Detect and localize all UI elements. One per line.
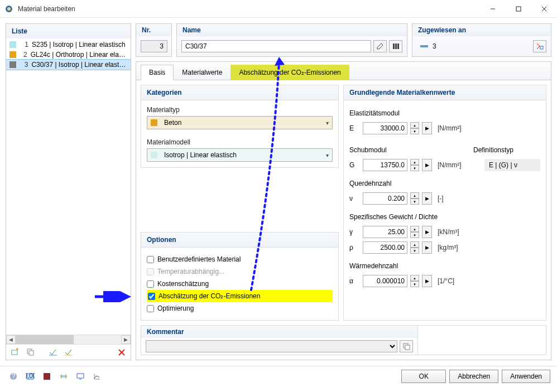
alpha-input[interactable] xyxy=(363,275,407,287)
e-goto[interactable]: ▶ xyxy=(422,122,432,134)
name-input[interactable] xyxy=(181,40,371,52)
nu-spinner[interactable]: ▲▼ xyxy=(411,192,419,205)
nr-input[interactable] xyxy=(141,40,167,52)
nr-label: Nr. xyxy=(136,24,171,36)
props-header: Grundlegende Materialkennwerte xyxy=(344,85,546,100)
list-item[interactable]: 3 C30/37 | Isotrop | Linear elastisch xyxy=(6,60,131,70)
list-item[interactable]: 1 S235 | Isotrop | Linear elastisch xyxy=(6,40,131,50)
edit-icon[interactable] xyxy=(373,40,387,52)
option-cost[interactable]: Kostenschätzung xyxy=(147,278,333,290)
svg-text:0,00: 0,00 xyxy=(26,372,35,380)
apply-button[interactable]: Anwenden xyxy=(502,370,550,383)
assigned-value: 3 xyxy=(417,40,531,52)
beam-icon xyxy=(420,43,429,49)
options-header: Optionen xyxy=(141,233,338,248)
list-panel: Liste 1 S235 | Isotrop | Linear elastisc… xyxy=(6,23,131,360)
svg-rect-19 xyxy=(405,345,410,350)
window-title: Material bearbeiten xyxy=(18,5,480,13)
color-button[interactable] xyxy=(40,370,54,383)
app-icon xyxy=(4,4,13,13)
close-button[interactable] xyxy=(531,0,557,17)
svg-rect-9 xyxy=(49,355,57,356)
comment-lib-button[interactable] xyxy=(400,340,413,352)
nu-label: Querdehnzahl xyxy=(349,180,540,187)
g-label: Schubmodul xyxy=(349,146,473,154)
deftype-value: E | (G) | ν xyxy=(484,159,540,171)
svg-rect-3 xyxy=(516,7,521,11)
gamma-goto[interactable]: ▶ xyxy=(422,226,432,238)
maximize-button[interactable] xyxy=(506,0,531,17)
materialtype-combo[interactable]: Beton ▾ xyxy=(147,116,333,129)
assigned-label: Zugewiesen an xyxy=(412,24,551,36)
e-input[interactable] xyxy=(363,122,407,134)
view-button[interactable] xyxy=(57,370,70,383)
option-optimization[interactable]: Optimierung xyxy=(147,302,333,314)
e-label: Elastizitätsmodul xyxy=(349,109,540,117)
minimize-button[interactable] xyxy=(480,0,506,17)
check-button[interactable] xyxy=(46,346,60,359)
e-spinner[interactable]: ▲▼ xyxy=(411,122,419,134)
svg-rect-13 xyxy=(393,43,395,49)
units-button[interactable]: 0,00 xyxy=(23,370,37,383)
ok-button[interactable]: OK xyxy=(401,370,446,383)
rho-goto[interactable]: ▶ xyxy=(422,241,432,254)
dens-label: Spezifisches Gewicht / Dichte xyxy=(349,213,540,221)
categories-header: Kategorien xyxy=(141,85,338,100)
svg-rect-10 xyxy=(65,355,73,356)
svg-point-1 xyxy=(7,7,11,11)
option-user-defined[interactable]: Benutzerdefiniertes Material xyxy=(147,253,333,265)
tab-co2[interactable]: Abschätzung der CO₂-Emissionen xyxy=(231,65,349,80)
titlebar: Material bearbeiten xyxy=(0,0,557,18)
select-assigned-button[interactable] xyxy=(533,40,546,52)
svg-rect-15 xyxy=(397,43,399,49)
deftype-label: Definitionstyp xyxy=(473,146,540,154)
name-label: Name xyxy=(177,24,407,36)
alpha-goto[interactable]: ▶ xyxy=(422,275,432,287)
alpha-spinner[interactable]: ▲▼ xyxy=(411,275,419,287)
check2-button[interactable] xyxy=(62,346,75,359)
help-button[interactable]: ? xyxy=(7,370,20,383)
svg-text:?: ? xyxy=(12,372,16,380)
delete-button[interactable] xyxy=(115,346,128,359)
display-button[interactable] xyxy=(74,370,87,383)
option-co2[interactable]: Abschätzung der CO₂-Emissionen xyxy=(147,290,333,302)
gamma-spinner[interactable]: ▲▼ xyxy=(411,226,419,238)
comment-combo[interactable] xyxy=(146,340,397,352)
copy-item-button[interactable] xyxy=(24,346,37,359)
new-item-button[interactable] xyxy=(8,346,22,359)
alpha-label: Wärmedehnzahl xyxy=(349,262,540,270)
list-header: Liste xyxy=(6,24,131,38)
tab-basis[interactable]: Basis xyxy=(141,65,174,80)
comment-header: Kommentar xyxy=(141,326,417,338)
nu-input[interactable] xyxy=(363,192,407,205)
gamma-input[interactable] xyxy=(363,226,407,238)
materialtype-label: Materialtyp xyxy=(147,106,333,114)
svg-rect-24 xyxy=(44,373,50,380)
g-goto[interactable]: ▶ xyxy=(422,159,432,171)
option-temp-dependent: Temperaturabhängig... xyxy=(147,265,333,278)
materialmodel-label: Materialmodell xyxy=(147,138,333,146)
svg-rect-8 xyxy=(29,351,33,355)
cancel-button[interactable]: Abbrechen xyxy=(449,370,498,383)
tab-strip: Basis Materialwerte Abschätzung der CO₂-… xyxy=(136,62,551,80)
svg-rect-17 xyxy=(540,46,543,49)
g-input[interactable] xyxy=(363,159,407,171)
materialmodel-combo[interactable]: Isotrop | Linear elastisch ▾ xyxy=(147,148,333,162)
rho-spinner[interactable]: ▲▼ xyxy=(411,241,419,254)
rho-input[interactable] xyxy=(363,241,407,254)
tab-materialwerte[interactable]: Materialwerte xyxy=(174,65,231,80)
svg-rect-6 xyxy=(12,350,17,355)
list-scrollbar[interactable]: ◀▶ xyxy=(6,335,131,344)
g-spinner[interactable]: ▲▼ xyxy=(411,159,419,171)
svg-rect-16 xyxy=(420,45,428,47)
svg-rect-14 xyxy=(395,43,397,49)
list-item[interactable]: 2 GL24c | Orthotrop | Linear elastisch (… xyxy=(6,50,131,60)
svg-rect-28 xyxy=(77,374,84,378)
library-icon[interactable] xyxy=(389,40,402,52)
nu-goto[interactable]: ▶ xyxy=(422,192,432,205)
graph-button[interactable] xyxy=(90,370,104,383)
